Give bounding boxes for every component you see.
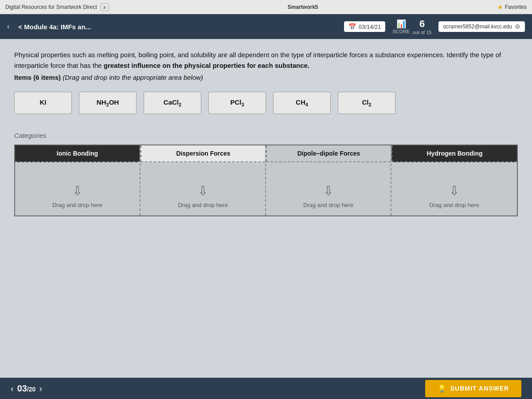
browser-tab-label: Digital Resources for Smartwork Direct bbox=[5, 4, 97, 10]
drop-text-dispersion: Drag and drop here bbox=[178, 202, 228, 208]
categories-grid: Ionic Bonding ⇩ Drag and drop here Dispe… bbox=[14, 145, 518, 216]
category-header-dispersion: Dispersion Forces bbox=[141, 145, 265, 162]
browser-bar-right: ★ Favorites bbox=[497, 4, 527, 11]
score-word: SCORE bbox=[392, 29, 410, 34]
drag-item-nh2oh[interactable]: NH2OH bbox=[79, 92, 137, 114]
drag-item-ch4[interactable]: CH4 bbox=[273, 92, 331, 114]
category-dispersion: Dispersion Forces ⇩ Drag and drop here bbox=[141, 145, 266, 215]
category-header-hydrogen: Hydrogen Bonding bbox=[391, 145, 517, 162]
browser-title: Smartwork5 bbox=[288, 4, 318, 10]
main-content: Physical properties such as melting poin… bbox=[0, 39, 532, 378]
drop-text-ionic: Drag and drop here bbox=[52, 202, 102, 208]
browser-bar: Digital Resources for Smartwork Direct x… bbox=[0, 0, 532, 14]
categories-label: Categories bbox=[14, 132, 518, 139]
draggable-items-container: KI NH2OH CaCl2 PCl3 CH4 Cl2 bbox=[14, 92, 518, 114]
category-dipole: Dipole–dipole Forces ⇩ Drag and drop her… bbox=[266, 145, 391, 215]
submit-icon: 💡 bbox=[438, 384, 447, 393]
score-section: 📊 SCORE 6 out of 15 bbox=[392, 18, 431, 35]
score-out-of: out of 15 bbox=[413, 30, 432, 35]
favorites-icon: ★ bbox=[497, 4, 503, 11]
drop-text-hydrogen: Drag and drop here bbox=[429, 202, 479, 208]
category-header-ionic: Ionic Bonding bbox=[15, 145, 140, 162]
browser-bar-left: Digital Resources for Smartwork Direct x bbox=[5, 3, 109, 11]
bottom-bar: ‹ 03/20 › 💡 SUBMIT ANSWER bbox=[0, 378, 532, 399]
date-value: 03/14/21 bbox=[359, 23, 381, 30]
prev-button[interactable]: ‹ bbox=[11, 383, 14, 394]
score-number: 6 bbox=[419, 18, 425, 30]
items-label: Items (6 items) (Drag and drop into the … bbox=[14, 74, 518, 81]
user-badge: ocramer5852@mail.kvcc.edu ⚙ bbox=[438, 21, 525, 32]
drag-item-ki[interactable]: KI bbox=[14, 92, 72, 114]
drag-item-pcl3[interactable]: PCl3 bbox=[208, 92, 266, 114]
page-indicator: 03/20 bbox=[17, 383, 36, 394]
category-hydrogen: Hydrogen Bonding ⇩ Drag and drop here bbox=[391, 145, 517, 215]
module-title: < Module 4a: IMFs an... bbox=[18, 23, 337, 31]
drag-item-cacl2[interactable]: CaCl2 bbox=[144, 92, 201, 114]
category-ionic: Ionic Bonding ⇩ Drag and drop here bbox=[15, 145, 141, 215]
submit-answer-button[interactable]: 💡 SUBMIT ANSWER bbox=[425, 380, 521, 397]
date-badge: 📅 03/14/21 bbox=[344, 21, 386, 32]
drop-area-ionic[interactable]: ⇩ Drag and drop here bbox=[15, 162, 140, 215]
back-button[interactable]: ‹ bbox=[7, 23, 9, 31]
gear-icon[interactable]: ⚙ bbox=[515, 23, 520, 30]
app-header: ‹ < Module 4a: IMFs an... 📅 03/14/21 📊 S… bbox=[0, 14, 532, 39]
submit-label: SUBMIT ANSWER bbox=[450, 385, 509, 392]
navigation: ‹ 03/20 › bbox=[11, 383, 42, 394]
close-tab-button[interactable]: x bbox=[101, 3, 109, 11]
favorites-label: Favorites bbox=[505, 4, 527, 10]
drop-arrow-hydrogen: ⇩ bbox=[449, 184, 459, 198]
drag-item-cl2[interactable]: Cl2 bbox=[338, 92, 395, 114]
question-paragraph: Physical properties such as melting poin… bbox=[14, 50, 518, 71]
drop-area-dispersion[interactable]: ⇩ Drag and drop here bbox=[141, 162, 265, 215]
drop-area-dipole[interactable]: ⇩ Drag and drop here bbox=[266, 162, 391, 215]
drop-arrow-dipole: ⇩ bbox=[323, 184, 333, 198]
drop-arrow-ionic: ⇩ bbox=[72, 184, 82, 198]
user-email: ocramer5852@mail.kvcc.edu bbox=[443, 23, 512, 30]
items-sublabel: (Drag and drop into the appropriate area… bbox=[63, 74, 203, 81]
calendar-icon: 📅 bbox=[348, 23, 356, 30]
drop-area-hydrogen[interactable]: ⇩ Drag and drop here bbox=[391, 162, 517, 215]
next-button[interactable]: › bbox=[39, 383, 42, 394]
category-header-dipole: Dipole–dipole Forces bbox=[266, 145, 391, 162]
drop-arrow-dispersion: ⇩ bbox=[198, 184, 208, 198]
score-bars-icon: 📊 bbox=[396, 19, 406, 29]
drop-text-dipole: Drag and drop here bbox=[303, 202, 353, 208]
